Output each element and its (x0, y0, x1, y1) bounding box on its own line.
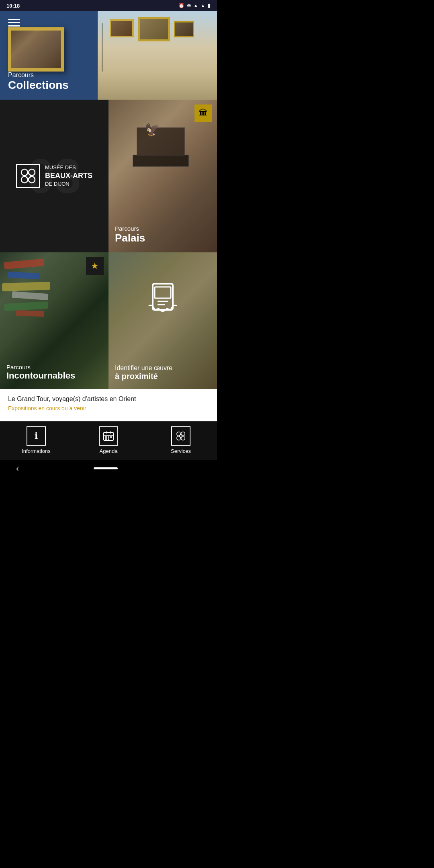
battery-icon: ▮ (208, 3, 211, 8)
palais-cell[interactable]: 🦅 🏛 Parcours Palais (108, 100, 217, 252)
identifier-cell[interactable]: Identifier une œuvre à proximité (108, 252, 217, 389)
svg-point-20 (177, 436, 181, 440)
incontournables-text: Parcours Incontournables (6, 364, 75, 381)
museum-name-line1: MUSÉE DES (45, 164, 92, 171)
svg-rect-13 (105, 436, 107, 438)
agenda-icon-box (99, 426, 118, 446)
agenda-icon (103, 430, 114, 442)
svg-point-0 (21, 169, 28, 176)
nav-item-agenda[interactable]: Agenda (72, 426, 145, 454)
museum-name-line3: DE DIJON (45, 181, 92, 188)
palais-title: Palais (115, 232, 145, 244)
star-icon: ★ (91, 261, 99, 271)
svg-point-22 (179, 434, 182, 437)
info-banner[interactable]: Le Grand Tour, voyage(s) d'artistes en O… (0, 389, 217, 421)
identifier-line1: Identifier une œuvre (115, 364, 211, 372)
informations-icon: ℹ (35, 431, 38, 441)
logo-emblem (16, 164, 40, 188)
svg-point-4 (26, 174, 31, 178)
palais-text: Parcours Palais (115, 225, 145, 244)
home-indicator[interactable] (94, 467, 118, 469)
bottom-navigation: ℹ Informations Agenda (0, 421, 217, 460)
museum-name-text: MUSÉE DES BEAUX-ARTS DE DIJON (45, 164, 92, 187)
identifier-text: Identifier une œuvre à proximité (115, 364, 211, 381)
incon-title: Incontournables (6, 371, 75, 381)
museum-interior-image (98, 11, 217, 100)
scan-svg (143, 280, 183, 320)
alarm-icon: ⏰ (178, 3, 184, 8)
services-icon-box (171, 426, 190, 446)
system-nav-bar: ‹ (0, 460, 217, 479)
svg-point-21 (181, 436, 185, 440)
svg-point-2 (21, 176, 28, 183)
signal-icon: ▲ (201, 3, 205, 8)
svg-rect-16 (105, 438, 107, 440)
incontournables-cell[interactable]: ★ Parcours Incontournables (0, 252, 108, 389)
nav-item-services[interactable]: Services (145, 426, 217, 454)
svg-point-19 (181, 432, 185, 436)
scan-icon (143, 280, 183, 328)
sculpture-art: 🦅 (133, 123, 193, 167)
agenda-label: Agenda (100, 448, 118, 454)
status-bar: 10:18 ⏰ ⊖ ▲ ▲ ▮ (0, 0, 217, 11)
svg-rect-14 (108, 436, 109, 438)
hero-parcours-label: Parcours (8, 72, 69, 79)
emblem-svg (18, 166, 38, 186)
palais-parcours-label: Parcours (115, 225, 145, 232)
hero-title: Collections (8, 79, 69, 92)
services-icon (175, 430, 187, 442)
svg-point-18 (177, 432, 181, 436)
svg-point-3 (29, 176, 35, 183)
info-subtitle: Expositions en cours ou à venir (8, 405, 209, 411)
identifier-line2: à proximité (115, 372, 211, 381)
back-button[interactable]: ‹ (16, 464, 19, 473)
informations-label: Informations (22, 448, 51, 454)
museum-logo-content: MUSÉE DES BEAUX-ARTS DE DIJON (8, 156, 100, 196)
hero-collections[interactable]: Parcours Collections (0, 11, 217, 100)
star-badge: ★ (86, 257, 104, 275)
svg-rect-17 (108, 438, 109, 440)
time-display: 10:18 (6, 3, 20, 9)
info-title: Le Grand Tour, voyage(s) d'artistes en O… (8, 395, 209, 403)
incon-parcours-label: Parcours (6, 364, 75, 371)
hero-text: Parcours Collections (8, 72, 69, 92)
services-label: Services (171, 448, 191, 454)
informations-icon-box: ℹ (27, 426, 46, 446)
middle-grid: 03 MUSÉE DES BEAUX-ARTS DE DIJON (0, 100, 217, 252)
parthenon-icon: 🏛 (199, 108, 208, 119)
wifi-icon: ▲ (193, 3, 198, 8)
dnd-icon: ⊖ (187, 3, 191, 8)
svg-rect-5 (153, 284, 173, 310)
svg-point-1 (29, 169, 35, 176)
hamburger-menu[interactable] (8, 17, 20, 29)
museum-logo-cell[interactable]: 03 MUSÉE DES BEAUX-ARTS DE DIJON (0, 100, 108, 252)
bottom-grid: ★ Parcours Incontournables Identifier un… (0, 252, 217, 389)
painting-frame (8, 27, 64, 72)
svg-rect-6 (155, 287, 171, 298)
nav-item-informations[interactable]: ℹ Informations (0, 426, 72, 454)
museum-icon-badge: 🏛 (194, 104, 212, 122)
svg-rect-15 (110, 436, 112, 438)
status-icons: ⏰ ⊖ ▲ ▲ ▮ (178, 3, 211, 8)
museum-name-line2: BEAUX-ARTS (45, 171, 92, 180)
